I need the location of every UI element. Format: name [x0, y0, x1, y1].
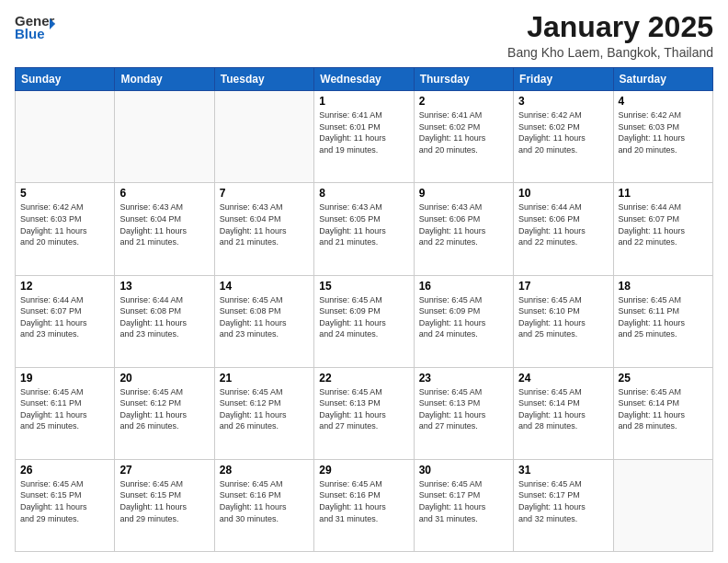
day-number: 27: [119, 464, 209, 477]
page: General Blue January 2025 Bang Kho Laem,…: [0, 0, 728, 563]
day-number: 16: [419, 280, 508, 293]
calendar-week-row: 5Sunrise: 6:42 AM Sunset: 6:03 PM Daylig…: [16, 183, 713, 275]
calendar-cell: 30Sunrise: 6:45 AM Sunset: 6:17 PM Dayli…: [414, 459, 513, 551]
day-number: 26: [20, 464, 109, 477]
calendar-cell: 3Sunrise: 6:42 AM Sunset: 6:02 PM Daylig…: [514, 91, 613, 183]
day-info: Sunrise: 6:45 AM Sunset: 6:17 PM Dayligh…: [419, 478, 508, 524]
weekday-header: Monday: [115, 68, 214, 91]
calendar-cell: [16, 91, 115, 183]
calendar-cell: [115, 91, 214, 183]
day-info: Sunrise: 6:45 AM Sunset: 6:12 PM Dayligh…: [220, 386, 309, 432]
day-info: Sunrise: 6:45 AM Sunset: 6:15 PM Dayligh…: [119, 478, 209, 524]
calendar-cell: 13Sunrise: 6:44 AM Sunset: 6:08 PM Dayli…: [115, 275, 214, 367]
calendar-cell: 27Sunrise: 6:45 AM Sunset: 6:15 PM Dayli…: [115, 459, 214, 551]
calendar-table: SundayMondayTuesdayWednesdayThursdayFrid…: [15, 67, 713, 552]
calendar-cell: 7Sunrise: 6:43 AM Sunset: 6:04 PM Daylig…: [214, 183, 313, 275]
day-info: Sunrise: 6:45 AM Sunset: 6:16 PM Dayligh…: [319, 478, 408, 524]
calendar-cell: 1Sunrise: 6:41 AM Sunset: 6:01 PM Daylig…: [314, 91, 414, 183]
calendar-cell: 2Sunrise: 6:41 AM Sunset: 6:02 PM Daylig…: [414, 91, 513, 183]
calendar-cell: 26Sunrise: 6:45 AM Sunset: 6:15 PM Dayli…: [16, 459, 115, 551]
day-info: Sunrise: 6:44 AM Sunset: 6:07 PM Dayligh…: [619, 201, 708, 247]
day-info: Sunrise: 6:45 AM Sunset: 6:14 PM Dayligh…: [518, 386, 608, 432]
calendar-week-row: 12Sunrise: 6:44 AM Sunset: 6:07 PM Dayli…: [16, 275, 713, 367]
calendar-cell: 20Sunrise: 6:45 AM Sunset: 6:12 PM Dayli…: [115, 367, 214, 459]
weekday-header: Tuesday: [214, 68, 313, 91]
day-number: 25: [619, 372, 708, 385]
day-number: 20: [119, 372, 209, 385]
day-number: 13: [119, 280, 209, 293]
day-number: 18: [619, 280, 708, 293]
day-info: Sunrise: 6:42 AM Sunset: 6:03 PM Dayligh…: [20, 201, 109, 247]
calendar-cell: 24Sunrise: 6:45 AM Sunset: 6:14 PM Dayli…: [514, 367, 613, 459]
calendar-week-row: 19Sunrise: 6:45 AM Sunset: 6:11 PM Dayli…: [16, 367, 713, 459]
calendar-week-row: 1Sunrise: 6:41 AM Sunset: 6:01 PM Daylig…: [16, 91, 713, 183]
day-number: 21: [220, 372, 309, 385]
calendar-header-row: SundayMondayTuesdayWednesdayThursdayFrid…: [16, 68, 713, 91]
day-info: Sunrise: 6:42 AM Sunset: 6:03 PM Dayligh…: [619, 109, 708, 155]
day-number: 11: [619, 187, 708, 200]
logo: General Blue: [15, 11, 55, 44]
calendar-cell: 11Sunrise: 6:44 AM Sunset: 6:07 PM Dayli…: [613, 183, 712, 275]
day-info: Sunrise: 6:45 AM Sunset: 6:13 PM Dayligh…: [319, 386, 408, 432]
calendar-cell: 25Sunrise: 6:45 AM Sunset: 6:14 PM Dayli…: [613, 367, 712, 459]
calendar-cell: 12Sunrise: 6:44 AM Sunset: 6:07 PM Dayli…: [16, 275, 115, 367]
calendar-cell: 28Sunrise: 6:45 AM Sunset: 6:16 PM Dayli…: [214, 459, 313, 551]
logo-icon: General Blue: [15, 11, 55, 44]
calendar-cell: 22Sunrise: 6:45 AM Sunset: 6:13 PM Dayli…: [314, 367, 414, 459]
day-info: Sunrise: 6:42 AM Sunset: 6:02 PM Dayligh…: [518, 109, 608, 155]
weekday-header: Thursday: [414, 68, 513, 91]
weekday-header: Friday: [514, 68, 613, 91]
day-number: 31: [518, 464, 608, 477]
day-number: 22: [319, 372, 408, 385]
day-number: 7: [220, 187, 309, 200]
day-number: 24: [518, 372, 608, 385]
day-number: 28: [220, 464, 309, 477]
calendar-cell: 16Sunrise: 6:45 AM Sunset: 6:09 PM Dayli…: [414, 275, 513, 367]
day-number: 3: [518, 95, 608, 108]
day-info: Sunrise: 6:45 AM Sunset: 6:15 PM Dayligh…: [20, 478, 109, 524]
weekday-header: Wednesday: [314, 68, 414, 91]
day-info: Sunrise: 6:45 AM Sunset: 6:13 PM Dayligh…: [419, 386, 508, 432]
calendar-cell: [214, 91, 313, 183]
day-number: 17: [518, 280, 608, 293]
day-info: Sunrise: 6:45 AM Sunset: 6:10 PM Dayligh…: [518, 294, 608, 340]
day-info: Sunrise: 6:43 AM Sunset: 6:04 PM Dayligh…: [119, 201, 209, 247]
day-number: 1: [319, 95, 408, 108]
calendar-cell: 9Sunrise: 6:43 AM Sunset: 6:06 PM Daylig…: [414, 183, 513, 275]
day-info: Sunrise: 6:44 AM Sunset: 6:06 PM Dayligh…: [518, 201, 608, 247]
day-number: 9: [419, 187, 508, 200]
calendar-cell: 19Sunrise: 6:45 AM Sunset: 6:11 PM Dayli…: [16, 367, 115, 459]
day-info: Sunrise: 6:44 AM Sunset: 6:08 PM Dayligh…: [119, 294, 209, 340]
day-info: Sunrise: 6:45 AM Sunset: 6:11 PM Dayligh…: [20, 386, 109, 432]
calendar-cell: 29Sunrise: 6:45 AM Sunset: 6:16 PM Dayli…: [314, 459, 414, 551]
day-info: Sunrise: 6:45 AM Sunset: 6:16 PM Dayligh…: [220, 478, 309, 524]
calendar-cell: 31Sunrise: 6:45 AM Sunset: 6:17 PM Dayli…: [514, 459, 613, 551]
header: General Blue January 2025 Bang Kho Laem,…: [15, 11, 713, 60]
day-number: 15: [319, 280, 408, 293]
day-number: 14: [220, 280, 309, 293]
day-info: Sunrise: 6:45 AM Sunset: 6:09 PM Dayligh…: [419, 294, 508, 340]
day-number: 5: [20, 187, 109, 200]
location-title: Bang Kho Laem, Bangkok, Thailand: [507, 45, 713, 60]
day-info: Sunrise: 6:43 AM Sunset: 6:06 PM Dayligh…: [419, 201, 508, 247]
calendar-cell: 18Sunrise: 6:45 AM Sunset: 6:11 PM Dayli…: [613, 275, 712, 367]
day-info: Sunrise: 6:45 AM Sunset: 6:14 PM Dayligh…: [619, 386, 708, 432]
calendar-cell: 15Sunrise: 6:45 AM Sunset: 6:09 PM Dayli…: [314, 275, 414, 367]
calendar-cell: 17Sunrise: 6:45 AM Sunset: 6:10 PM Dayli…: [514, 275, 613, 367]
day-number: 29: [319, 464, 408, 477]
weekday-header: Sunday: [16, 68, 115, 91]
weekday-header: Saturday: [613, 68, 712, 91]
calendar-cell: 4Sunrise: 6:42 AM Sunset: 6:03 PM Daylig…: [613, 91, 712, 183]
calendar-cell: 21Sunrise: 6:45 AM Sunset: 6:12 PM Dayli…: [214, 367, 313, 459]
day-number: 8: [319, 187, 408, 200]
day-info: Sunrise: 6:43 AM Sunset: 6:05 PM Dayligh…: [319, 201, 408, 247]
day-number: 12: [20, 280, 109, 293]
day-info: Sunrise: 6:45 AM Sunset: 6:11 PM Dayligh…: [619, 294, 708, 340]
day-info: Sunrise: 6:45 AM Sunset: 6:17 PM Dayligh…: [518, 478, 608, 524]
calendar-cell: 6Sunrise: 6:43 AM Sunset: 6:04 PM Daylig…: [115, 183, 214, 275]
calendar-cell: 8Sunrise: 6:43 AM Sunset: 6:05 PM Daylig…: [314, 183, 414, 275]
svg-text:Blue: Blue: [15, 26, 45, 41]
day-number: 30: [419, 464, 508, 477]
day-info: Sunrise: 6:41 AM Sunset: 6:01 PM Dayligh…: [319, 109, 408, 155]
calendar-cell: 14Sunrise: 6:45 AM Sunset: 6:08 PM Dayli…: [214, 275, 313, 367]
